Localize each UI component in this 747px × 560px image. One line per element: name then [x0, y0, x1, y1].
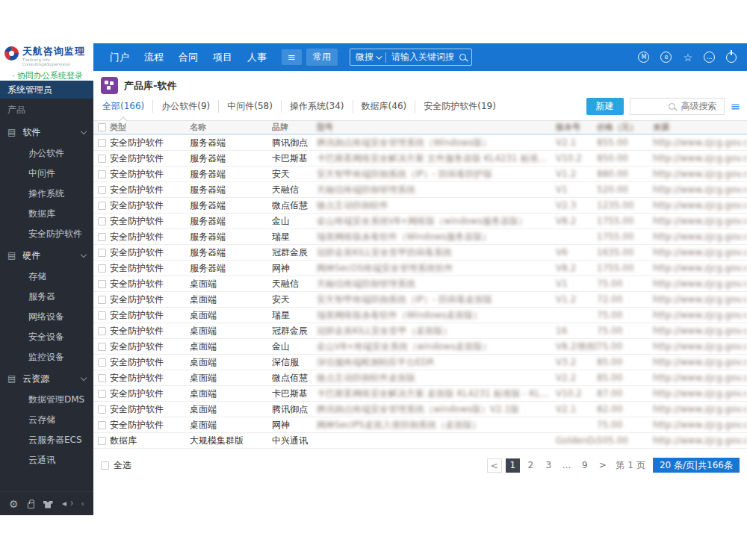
lock-icon[interactable] — [28, 503, 34, 508]
advanced-search-box[interactable]: 高级搜索 — [630, 98, 725, 115]
row-checkbox[interactable] — [98, 170, 106, 178]
common-tab[interactable]: 常用 — [306, 49, 338, 66]
table-row[interactable]: 安全防护软件桌面端安天安天智甲终端防御系统（IP）- 防病毒桌面版V1.272.… — [93, 292, 747, 308]
collapse-sidebar-icon[interactable]: ‹ — [81, 499, 84, 508]
sidebar-group-云资源[interactable]: ▤云资源 — [0, 367, 93, 390]
power-icon[interactable] — [726, 52, 737, 63]
table-row[interactable]: 安全防护软件桌面端冠群金辰冠群金辰KILL安全胄甲（桌面版）1675.00htt… — [93, 323, 747, 339]
table-row[interactable]: 安全防护软件服务器端微点佰慧微点主动防御软件V2.31235.00http://… — [93, 198, 747, 214]
next-page-button[interactable]: > — [595, 458, 610, 473]
page-button-9[interactable]: 9 — [577, 458, 592, 473]
table-row[interactable]: 安全防护软件桌面端天融信天融信终端防御管理系统V175.00http://www… — [93, 276, 747, 292]
sidebar-group-软件[interactable]: ▤软件 — [0, 121, 93, 143]
advanced-search-label[interactable]: 高级搜索 — [681, 100, 717, 113]
m-badge-icon[interactable]: M — [638, 52, 649, 63]
advanced-search-icon[interactable] — [669, 103, 675, 110]
topnav-item-1[interactable]: 门户 — [110, 51, 129, 64]
page-size-summary[interactable]: 20 条/页|共166条 — [653, 458, 740, 473]
sidebar-item-办公软件[interactable]: 办公软件 — [0, 143, 93, 164]
table-row[interactable]: 安全防护软件服务器端腾讯御点腾讯御点终端安全管理系统（Windows版）V2.1… — [93, 135, 747, 151]
table-row[interactable]: 安全防护软件服务器端网神网神SecOS终端安全管理系统软件V8.21755.00… — [93, 261, 747, 276]
table-row[interactable]: 安全防护软件桌面端深信服深信服终端检测响应平台EDRV3.285.00http:… — [93, 355, 747, 370]
tab-数据库[interactable]: 数据库(46) — [353, 100, 416, 113]
page-button-3[interactable]: 3 — [542, 458, 556, 473]
sidebar-item-操作系统[interactable]: 操作系统 — [0, 184, 93, 204]
search-icon[interactable] — [459, 54, 466, 60]
prev-page-button[interactable]: < — [487, 458, 502, 473]
sidebar-item-安全防护软件[interactable]: 安全防护软件 — [0, 224, 93, 244]
row-checkbox[interactable] — [98, 421, 106, 429]
table-row[interactable]: 安全防护软件桌面端微点佰慧微点主动防御软件桌面版V2.285.00http://… — [93, 370, 747, 386]
row-checkbox[interactable] — [98, 374, 106, 382]
sidebar-item-中间件[interactable]: 中间件 — [0, 164, 93, 184]
sidebar-item-安全设备[interactable]: 安全设备 — [0, 327, 93, 347]
sidebar-item-数据管理DMS[interactable]: 数据管理DMS — [0, 390, 93, 410]
row-checkbox[interactable] — [98, 437, 106, 445]
sidebar-item-存储[interactable]: 存储 — [0, 267, 93, 287]
message-icon[interactable]: e — [660, 52, 672, 63]
table-row[interactable]: 安全防护软件服务器端金山金山终端安全系统V8+网络版（windows服务器版）V… — [93, 214, 747, 229]
row-checkbox[interactable] — [98, 264, 106, 273]
tab-安全防护软件[interactable]: 安全防护软件(19) — [415, 100, 504, 113]
select-all[interactable]: 全选 — [101, 459, 131, 472]
row-checkbox[interactable] — [98, 155, 106, 163]
page-button-...[interactable]: ... — [560, 458, 574, 473]
theme-shirt-icon[interactable] — [43, 501, 53, 508]
table-row[interactable]: 安全防护软件服务器端瑞星瑞星网络版杀毒软件（Windows服务器版）1755.0… — [93, 229, 747, 245]
wesearch-dropdown[interactable]: 微搜 — [356, 51, 380, 63]
row-checkbox[interactable] — [98, 249, 106, 257]
row-checkbox[interactable] — [98, 233, 106, 241]
row-checkbox[interactable] — [98, 280, 106, 288]
page-button-1[interactable]: 1 — [506, 458, 520, 473]
table-row[interactable]: 安全防护软件桌面端金山金山V8+终端安全系统（windows桌面版）V8.2增强… — [93, 339, 747, 355]
topnav-item-3[interactable]: 合同 — [179, 51, 198, 64]
sound-icon[interactable] — [62, 500, 72, 508]
table-row[interactable]: 安全防护软件桌面端瑞星瑞星网络版杀毒软件（Windows桌面版）75.00htt… — [93, 308, 747, 323]
sidebar-item-网络设备[interactable]: 网络设备 — [0, 307, 93, 327]
row-checkbox[interactable] — [98, 311, 106, 320]
sidebar-item-数据库[interactable]: 数据库 — [0, 204, 93, 224]
list-view-icon[interactable]: ≡ — [731, 101, 740, 113]
gear-icon[interactable]: ⚙ — [9, 499, 19, 509]
topnav-item-2[interactable]: 流程 — [144, 51, 164, 64]
select-all-header-checkbox[interactable] — [98, 123, 106, 131]
search-input[interactable]: 请输入关键词搜 — [391, 51, 454, 63]
row-checkbox[interactable] — [98, 217, 106, 225]
page-button-2[interactable]: 2 — [524, 458, 538, 473]
row-checkbox[interactable] — [98, 186, 106, 194]
sidebar-item-云通讯[interactable]: 云通讯 — [0, 450, 93, 470]
row-checkbox[interactable] — [98, 296, 106, 304]
tab-全部[interactable]: 全部(166) — [101, 100, 153, 113]
row-checkbox[interactable] — [98, 202, 106, 210]
row-checkbox[interactable] — [98, 405, 106, 414]
tab-中间件[interactable]: 中间件(58) — [219, 100, 282, 113]
table-row[interactable]: 安全防护软件服务器端冠群金辰冠群金辰KILL安全胄甲防病毒系统V61635.00… — [93, 245, 747, 261]
tab-办公软件[interactable]: 办公软件(9) — [153, 100, 219, 113]
sidebar-group-硬件[interactable]: ▤硬件 — [0, 244, 93, 267]
table-row[interactable]: 数据库大规模集群版中兴通讯GoldenData s...505.00http:/… — [93, 433, 747, 449]
star-icon[interactable]: ☆ — [683, 52, 692, 63]
row-checkbox[interactable] — [98, 358, 106, 367]
topnav-item-4[interactable]: 项目 — [213, 51, 232, 64]
tab-操作系统[interactable]: 操作系统(34) — [282, 100, 353, 113]
global-search-box[interactable]: 微搜 请输入关键词搜 — [350, 49, 472, 66]
new-button[interactable]: 新建 — [586, 98, 624, 115]
table-row[interactable]: 安全防护软件桌面端网神网神SecIPS桌面入侵防御系统（桌面版）75.00htt… — [93, 417, 747, 433]
table-row[interactable]: 安全防护软件服务器端安天安天智甲终端防御系统（IP）- 防病毒防护版V1.288… — [93, 167, 747, 182]
row-checkbox[interactable] — [98, 327, 106, 335]
oa-login-link[interactable]: · 协同办公系统登录 — [0, 70, 93, 81]
table-row[interactable]: 安全防护软件服务器端卡巴斯基卡巴斯基网络安全解决方案 文件服务器版 KL4231… — [93, 151, 747, 167]
row-checkbox[interactable] — [98, 139, 106, 147]
sidebar-item-云服务器ECS[interactable]: 云服务器ECS — [0, 430, 93, 450]
table-row[interactable]: 安全防护软件桌面端腾讯御点腾讯御点终端安全管理系统（windows版）V2.1版… — [93, 402, 747, 417]
row-checkbox[interactable] — [98, 390, 106, 398]
row-checkbox[interactable] — [98, 343, 106, 351]
select-all-checkbox[interactable] — [101, 461, 109, 470]
sidebar-item-云存储[interactable]: 云存储 — [0, 410, 93, 430]
menu-icon[interactable]: ≡ — [282, 49, 302, 65]
more-icon[interactable]: ... — [704, 52, 715, 63]
sidebar-item-服务器[interactable]: 服务器 — [0, 287, 93, 307]
jump-page-input[interactable]: 1 — [627, 460, 633, 470]
table-row[interactable]: 安全防护软件桌面端卡巴斯基卡巴斯基网络安全解决方案 桌面版 KL4231 标准版… — [93, 386, 747, 402]
sidebar-item-监控设备[interactable]: 监控设备 — [0, 347, 93, 367]
